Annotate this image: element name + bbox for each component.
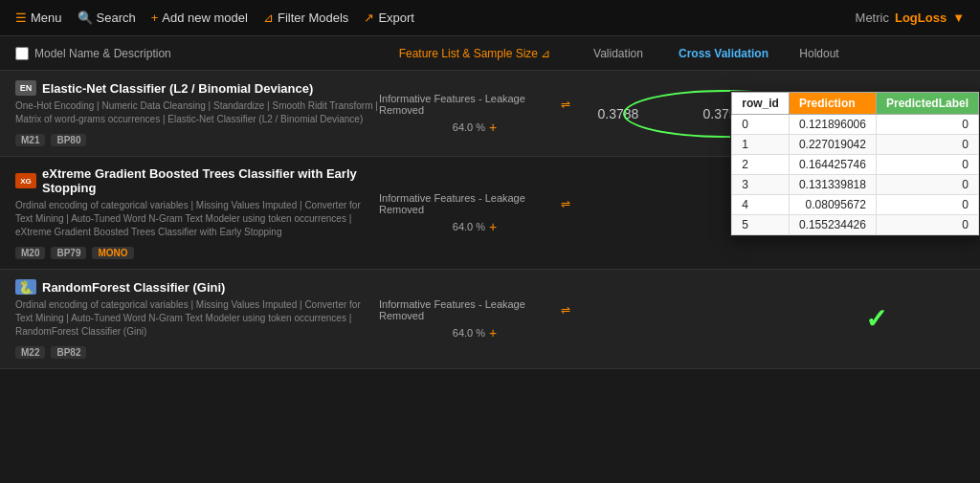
popup-row-id: 1 [732,135,790,155]
menu-label: Menu [31,11,62,25]
model-tags-2: M20 BP79 MONO [15,247,379,259]
feature-name-2: Informative Features - Leakage Removed [379,192,557,215]
sample-size-2: 64.0 % [453,221,485,232]
search-label: Search [97,11,136,25]
add-feature-icon-3[interactable]: + [489,325,497,340]
features-line-2: Informative Features - Leakage Removed ⇌ [379,192,570,215]
model-info-3: 🐍 RandomForest Classifier (Gini) Ordinal… [15,279,379,359]
model-icon-2: XG [15,173,36,188]
popup-predicted-label: 0 [876,175,978,195]
features-size-2: 64.0 % + [453,219,497,234]
sample-size-1: 64.0 % [453,121,485,133]
features-cell-2: Informative Features - Leakage Removed ⇌… [379,166,570,259]
sample-size-3: 64.0 % [453,327,485,339]
validation-cell-3 [570,279,666,359]
popup-predicted-label: 0 [876,195,978,215]
model-title-3: RandomForest Classifier (Gini) [42,280,225,295]
validation-header[interactable]: Validation [570,47,666,60]
features-icon-1: ⇌ [561,98,570,111]
features-size-3: 64.0 % + [453,325,497,340]
filter-icon: ⊿ [263,11,274,25]
model-tags-3: M22 BP82 [15,346,379,359]
model-info-2: XG eXtreme Gradient Boosted Trees Classi… [15,166,379,259]
filter-label: Filter Models [278,11,348,25]
popup-row-id: 3 [732,175,790,195]
features-icon-3: ⇌ [561,303,570,317]
features-cell-3: Informative Features - Leakage Removed ⇌… [379,279,570,359]
filter-models-button[interactable]: ⊿ Filter Models [263,11,348,25]
popup-prediction: 0.131339818 [789,175,876,195]
tag-m21: M21 [15,134,45,146]
list-item: 30.1313398180 [732,175,979,195]
popup-row-id: 2 [732,155,790,175]
list-item: 40.080956720 [732,195,979,215]
model-name-2: XG eXtreme Gradient Boosted Trees Classi… [15,166,379,195]
popup-row-id: 5 [732,215,790,235]
popup-predicted-label: 0 [876,135,978,155]
popup-table-container: row_id Prediction PredictedLabel 00.1218… [730,91,980,236]
model-tags-1: M21 BP80 [15,134,379,146]
navbar: ☰ Menu 🔍 Search + Add new model ⊿ Filter… [0,0,980,36]
features-line-3: Informative Features - Leakage Removed ⇌ [379,298,570,321]
features-icon-2: ⇌ [561,197,570,210]
model-icon-1: EN [15,80,36,96]
popup-header-prediction: Prediction [789,93,876,115]
table-row: 🐍 RandomForest Classifier (Gini) Ordinal… [0,270,980,369]
features-line-1: Informative Features - Leakage Removed ⇌ [379,93,570,116]
add-feature-icon-1[interactable]: + [489,120,497,135]
model-icon-3: 🐍 [15,279,36,295]
col-features-header[interactable]: Feature List & Sample Size ⊿ [379,47,570,60]
list-item: 20.1644257460 [732,155,979,175]
add-feature-icon-2[interactable]: + [489,219,497,234]
cross-validation-header[interactable]: Cross Validation [666,47,781,60]
model-name-3: 🐍 RandomForest Classifier (Gini) [15,279,379,295]
metric-label: Metric [856,11,889,25]
model-desc-3: Ordinal encoding of categorical variable… [15,298,379,339]
popup-prediction: 0.08095672 [789,195,876,215]
model-title-2: eXtreme Gradient Boosted Trees Classifie… [42,166,379,195]
menu-button[interactable]: ☰ Menu [15,11,62,25]
model-desc-2: Ordinal encoding of categorical variable… [15,199,379,239]
popup-header-row-id: row_id [732,93,790,115]
popup-predicted-label: 0 [876,115,978,135]
add-model-label: Add new model [162,11,248,25]
tag-bp82: BP82 [51,346,86,359]
holdout-header[interactable]: Holdout [781,47,858,60]
feature-name-1: Informative Features - Leakage Removed [379,93,557,116]
navbar-right: Metric LogLoss ▼ [856,11,965,25]
search-button[interactable]: 🔍 Search [78,11,136,25]
export-icon: ↗ [364,11,374,25]
tag-m20: M20 [15,247,45,259]
model-desc-1: One-Hot Encoding | Numeric Data Cleansin… [15,99,379,126]
popup-predicted-label: 0 [876,155,978,175]
popup-row-id: 4 [732,195,790,215]
popup-prediction: 0.164425746 [789,155,876,175]
popup-prediction: 0.121896006 [789,115,876,135]
select-all-checkbox[interactable] [15,47,29,60]
list-item: 10.2270190420 [732,135,979,155]
export-button[interactable]: ↗ Export [364,11,414,25]
column-headers: Model Name & Description Feature List & … [0,36,980,71]
feature-list-header-label: Feature List & Sample Size [399,47,538,60]
model-name-header: Model Name & Description [34,47,171,60]
popup-header-predicted-label: PredictedLabel [876,93,978,115]
popup-table: row_id Prediction PredictedLabel 00.1218… [731,92,979,235]
menu-icon: ☰ [15,11,27,25]
metric-value: LogLoss [895,11,947,25]
checkmark-area-3: ✓ [858,279,887,359]
tag-mono: MONO [92,247,133,259]
validation-value-1: 0.3788 [598,106,639,121]
model-info-1: EN Elastic-Net Classifier (L2 / Binomial… [15,80,379,146]
validation-cell-1: 0.3788 [570,80,666,146]
metric-dropdown[interactable]: ▼ [952,11,965,25]
features-cell-1: Informative Features - Leakage Removed ⇌… [379,80,570,146]
tag-bp79: BP79 [51,247,86,259]
navbar-left: ☰ Menu 🔍 Search + Add new model ⊿ Filter… [15,11,856,25]
checkmark-3: ✓ [865,303,887,335]
popup-prediction: 0.155234426 [789,215,876,235]
cv-cell-3 [666,279,781,359]
search-icon: 🔍 [78,11,93,25]
validation-cell-2 [570,166,666,259]
add-model-button[interactable]: + Add new model [151,11,248,25]
list-item: 00.1218960060 [732,115,979,135]
